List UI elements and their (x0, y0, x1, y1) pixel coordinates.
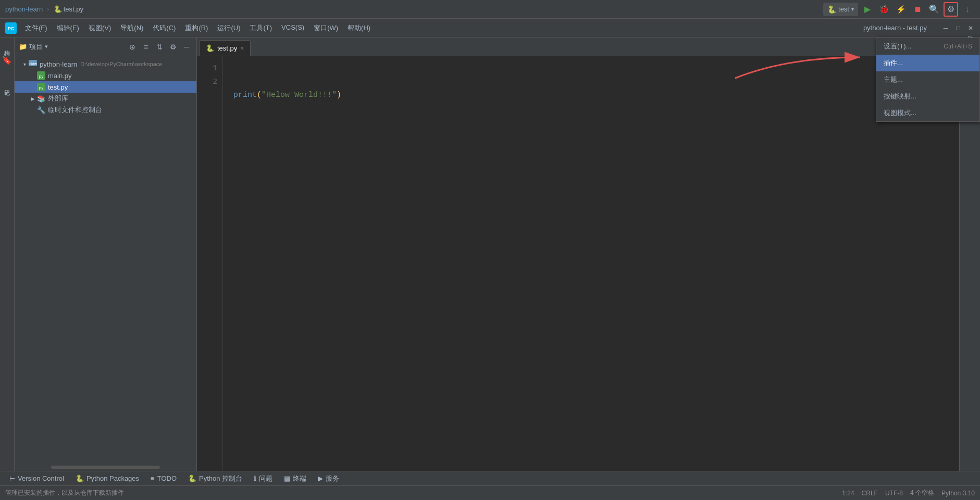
tree-label-4: 临时文件和控制台 (48, 105, 102, 115)
left-tool-notes[interactable]: 笔记 (1, 79, 14, 92)
svg-text:py: py (39, 74, 43, 79)
settings-shortcut: Ctrl+Alt+S (944, 43, 972, 50)
keyword-print: print (233, 91, 257, 99)
svg-text:folder: folder (29, 62, 37, 66)
run-button[interactable]: ▶ (860, 2, 875, 17)
bottom-tab-python-packages[interactable]: 🐍 Python Packages (70, 473, 144, 483)
bottom-tab-python-console[interactable]: 🐍 Python 控制台 (183, 473, 247, 484)
code-editor[interactable]: print("Helow World!!!") (223, 56, 959, 471)
gear-menu-keymap[interactable]: 按键映射... (876, 88, 979, 105)
bottom-tab-terminal[interactable]: ▦ 终端 (279, 473, 312, 484)
run-config-selector[interactable]: 🐍 test ▾ (823, 3, 858, 16)
gear-menu-settings[interactable]: 设置(T)... Ctrl+Alt+S (876, 38, 979, 55)
sidebar-plus-button[interactable]: ⊕ (127, 41, 138, 53)
tree-icon-3: 📚 (36, 94, 46, 103)
sidebar-sort-button[interactable]: ⇅ (154, 41, 165, 53)
editor-tab-testpy[interactable]: 🐍 test.py × (199, 40, 251, 56)
run-config-dropdown-icon: ▾ (851, 6, 854, 12)
gear-menu-view-mode[interactable]: 视图模式... (876, 105, 979, 121)
stop-button[interactable]: ⏹ (910, 2, 925, 17)
status-right: 1:24 CRLF UTF-8 4 个空格 Python 3.10 (842, 489, 975, 497)
keymap-label: 按键映射... (884, 92, 916, 101)
menu-item-重构(R)[interactable]: 重构(R) (181, 21, 212, 35)
menu-item-文件(F)[interactable]: 文件(F) (21, 21, 52, 35)
tree-item-4[interactable]: 🔧临时文件和控制台 (15, 104, 196, 116)
bottom-tab-version-control[interactable]: ⊢ Version Control (4, 473, 69, 483)
version-control-label: Version Control (18, 474, 64, 482)
tree-icon-0: folder (28, 59, 38, 69)
editor-content: 1 2 print("Helow World!!!") (197, 56, 959, 471)
encoding[interactable]: UTF-8 (885, 490, 903, 497)
gear-menu-theme[interactable]: 主题... (876, 71, 979, 88)
tree-item-0[interactable]: ▾folderpython-learnD:\develop\PyCharm\wo… (15, 58, 196, 70)
tree-item-1[interactable]: pymain.py (15, 70, 196, 81)
left-toolbar: 结构 🔖 笔记 (0, 38, 15, 471)
update-button[interactable]: ↓ (960, 2, 975, 17)
cursor-position[interactable]: 1:24 (842, 490, 854, 497)
indent[interactable]: 4 个空格 (910, 489, 934, 497)
python-version[interactable]: Python 3.10 (941, 490, 975, 497)
app-icon: PC (5, 22, 17, 34)
gear-button[interactable]: ⚙ (944, 2, 958, 17)
services-label: 服务 (326, 474, 339, 483)
tab-label: test.py (217, 44, 237, 52)
line-numbers: 1 2 (197, 56, 223, 471)
sidebar-minus-button[interactable]: ─ (181, 41, 192, 53)
menu-item-帮助(H)[interactable]: 帮助(H) (343, 21, 375, 35)
code-line-2 (233, 129, 949, 143)
bottom-tab-todo[interactable]: ≡ TODO (145, 473, 182, 483)
run-config-icon: 🐍 (827, 5, 836, 14)
line-ending[interactable]: CRLF (862, 490, 878, 497)
svg-text:py: py (39, 85, 43, 90)
tree-label-1: main.py (48, 72, 72, 80)
bottom-tab-problems[interactable]: ℹ 问题 (249, 473, 278, 484)
tree-icon-1: py (36, 71, 46, 80)
breadcrumb-sep: › (47, 5, 49, 13)
debug-button[interactable]: 🐞 (877, 2, 891, 17)
terminal-label: 终端 (293, 474, 306, 483)
python-console-label: Python 控制台 (199, 474, 242, 483)
tab-close-button[interactable]: × (240, 45, 244, 52)
menu-item-编辑(E)[interactable]: 编辑(E) (53, 21, 83, 35)
bottom-tab-services[interactable]: ▶ 服务 (313, 473, 344, 484)
string-literal: "Helow World!!!" (262, 91, 337, 99)
tree-icon-2: py (36, 82, 46, 92)
sidebar-list-button[interactable]: ≡ (140, 41, 152, 53)
maximize-button[interactable]: □ (954, 24, 962, 32)
sidebar: 📁 项目 ▾ ⊕ ≡ ⇅ ⚙ ─ ▾folderpython-learnD:\d… (15, 38, 197, 471)
tree-arrow-0: ▾ (21, 61, 28, 67)
theme-label: 主题... (884, 75, 903, 84)
status-message: 管理已安装的插件，以及从仓库下载新插件 (5, 489, 842, 497)
gear-dropdown-menu: 设置(T)... Ctrl+Alt+S 插件... 主题... 按键映射... … (876, 38, 980, 122)
sidebar-header: 📁 项目 ▾ ⊕ ≡ ⇅ ⚙ ─ (15, 38, 196, 56)
editor-area: 🐍 test.py × 1 2 print("Helow World!!!") (197, 38, 959, 471)
tree-item-2[interactable]: pytest.py (15, 81, 196, 93)
tree-label-3: 外部库 (48, 94, 68, 103)
menu-item-视图(V)[interactable]: 视图(V) (84, 21, 115, 35)
search-button[interactable]: 🔍 (927, 2, 941, 17)
project-panel-label[interactable]: 📁 项目 ▾ (19, 42, 48, 52)
tree-label-2: test.py (48, 83, 68, 91)
menu-item-工具(T)[interactable]: 工具(T) (245, 21, 276, 35)
menu-item-窗口(W)[interactable]: 窗口(W) (309, 21, 342, 35)
menu-item-VCS(S)[interactable]: VCS(S) (277, 21, 308, 35)
menu-item-运行(U)[interactable]: 运行(U) (213, 21, 244, 35)
menu-item-导航(N)[interactable]: 导航(N) (116, 21, 147, 35)
paren-open: ( (257, 91, 262, 99)
line-number-2: 2 (197, 75, 217, 89)
project-name[interactable]: python-learn (5, 5, 43, 13)
left-tool-structure[interactable]: 结构 (1, 40, 14, 52)
paren-close: ) (337, 91, 341, 99)
sidebar-scrollbar[interactable] (51, 466, 160, 469)
view-mode-label: 视图模式... (884, 108, 916, 118)
gear-menu-plugins[interactable]: 插件... (876, 55, 979, 71)
problems-label: 问题 (259, 474, 272, 483)
close-button[interactable]: ✕ (966, 24, 975, 32)
profile-button[interactable]: ⚡ (894, 2, 908, 17)
sidebar-gear-button[interactable]: ⚙ (167, 41, 179, 53)
minimize-button[interactable]: ─ (941, 24, 950, 32)
tree-item-3[interactable]: ▶📚外部库 (15, 93, 196, 104)
menu-item-代码(C)[interactable]: 代码(C) (148, 21, 180, 35)
left-tool-bookmark[interactable]: 🔖 (1, 54, 14, 67)
python-packages-icon: 🐍 (76, 474, 84, 482)
